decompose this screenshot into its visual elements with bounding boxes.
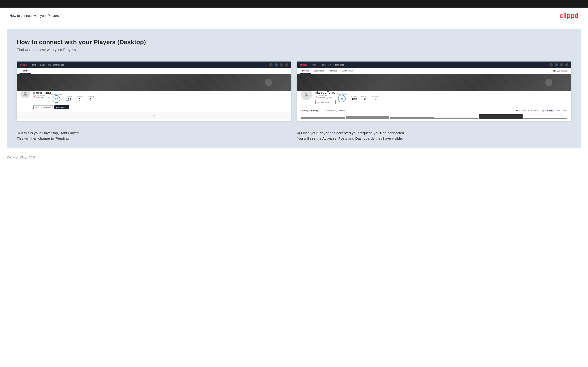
mock-buttons-1: Request to Follow Add Player + <box>33 105 288 109</box>
mock-tab-profile-2[interactable]: Profile <box>300 68 311 74</box>
mock-logo-2: clippd <box>300 63 307 66</box>
mock-nav-teams-2: Teams <box>319 64 326 66</box>
chart-bar-1 <box>301 117 345 119</box>
mock-nav-home-1: Home <box>30 64 36 66</box>
mock-tabs-2: Profile Dashboard Activities What To On … <box>297 68 571 74</box>
mock-tab-activities-2[interactable]: Activities <box>326 68 340 74</box>
screenshots-row: clippd Home Teams My Performance ⌕ 👤 ⚙ 🏴 <box>17 61 571 121</box>
page-header-title: How to connect with your Players <box>9 14 59 17</box>
activity-filters: On course Off course 1 yr 6 mths 3 mths … <box>516 109 568 112</box>
mock-tab-whattoon-2[interactable]: What To On <box>340 68 356 74</box>
on-course-dot <box>516 110 518 111</box>
chart-bar-4 <box>434 117 478 119</box>
clippd-logo-header: clippd <box>560 12 579 19</box>
on-course-filter: On course <box>516 110 526 111</box>
mock-nav-icons-2: ⌕ 👤 ⚙ 🏴 <box>549 63 569 67</box>
off-course-filter: Off course <box>528 110 537 111</box>
mock-activity-header: Activity Summary · Monthly Activity · 6 … <box>300 109 568 112</box>
location-pin-icon-1: 📍 <box>33 96 36 98</box>
flag-icon-2: 🏴 <box>565 63 569 67</box>
main-subtitle: Find and connect with your Players <box>17 48 571 52</box>
page-header: How to connect with your Players clippd <box>0 8 588 24</box>
caption-text-3: 3) If this is your Player tap, 'Add Play… <box>17 130 291 141</box>
mock-app-1: clippd Home Teams My Performance ⌕ 👤 ⚙ 🏴 <box>17 61 291 119</box>
caption-item-4: 4) Once your Player has accepted your re… <box>297 128 571 141</box>
top-bar <box>0 0 588 8</box>
profile-icon-1: 👤 <box>275 63 278 67</box>
time-filter-6mths[interactable]: 6 mths <box>546 109 554 112</box>
mock-banner-1 <box>17 74 291 91</box>
mock-tabs-1: Profile <box>17 68 291 74</box>
profile-icon-2: 👤 <box>555 63 558 67</box>
mock-banner-2 <box>297 74 571 91</box>
svg-point-1 <box>305 93 307 94</box>
close-icon-remove: ✕ <box>332 101 334 103</box>
mock-navbar-1: clippd Home Teams My Performance ⌕ 👤 ⚙ 🏴 <box>17 61 291 68</box>
mock-location-1: 📍 United Kingdom <box>33 96 51 98</box>
mock-chart-area <box>300 113 568 119</box>
mock-logo-1: clippd <box>19 63 27 66</box>
copyright-text: Copyright Clippd 2022 <box>7 156 35 159</box>
location-pin-icon-2: 📍 <box>315 96 318 99</box>
mock-stat-followers-1: Followers 0 <box>76 96 83 101</box>
mock-app-2: clippd Home Teams My Performance ⌕ 👤 ⚙ 🏴 <box>297 61 571 121</box>
mock-stat-following-1: Following 0 <box>87 96 94 101</box>
mock-stat-quality-2: Player Quality 92 <box>337 93 347 103</box>
mock-bottom-1: ✏ <box>17 112 291 119</box>
mock-stat-activities-2: Activities 129 <box>351 95 357 101</box>
mock-stat-activities-1: Activities 129 <box>65 96 72 101</box>
quality-circle-2: 92 <box>338 95 346 102</box>
caption-item-3: 3) If this is your Player tap, 'Add Play… <box>17 128 291 141</box>
mock-stat-quality-1: Player Quality 92 <box>51 94 62 103</box>
chevron-down-icon-2: ▾ <box>567 70 569 72</box>
mock-profile-section-2: Marcus Turner 1-5 Handicap 📍 United King… <box>297 91 571 107</box>
settings-icon-2: ⚙ <box>560 63 563 67</box>
main-title: How to connect with your Players (Deskto… <box>17 39 571 46</box>
settings-icon-1: ⚙ <box>280 63 283 67</box>
mock-stat-followers-2: Followers 0 <box>361 95 368 101</box>
mock-stats-row-2: Player Quality 92 Activities 129 <box>337 93 568 103</box>
mock-avatar-row-1: Marcus Turner 1-5 Handicap 📍 United King… <box>20 88 288 109</box>
chart-bar-3 <box>390 117 434 119</box>
mock-nav-items-2: Home Teams My Performance <box>311 64 546 66</box>
request-follow-button[interactable]: Request to Follow <box>33 105 53 109</box>
time-filter-3mths[interactable]: 3 mths <box>554 109 561 112</box>
mock-location-2: 📍 United Kingdom <box>315 96 337 99</box>
page-footer: Copyright Clippd 2022 <box>0 153 588 162</box>
mock-player-name-2: Marcus Turner <box>315 91 337 94</box>
screenshot-1: clippd Home Teams My Performance ⌕ 👤 ⚙ 🏴 <box>17 61 291 121</box>
time-filter-1mth[interactable]: 1 mth <box>562 109 568 112</box>
svg-point-0 <box>24 92 26 94</box>
mock-tabs-right-2: Marcus Turner ▾ <box>553 68 569 74</box>
mock-player-name-1: Marcus Turner <box>33 91 51 94</box>
captions-row: 3) If this is your Player tap, 'Add Play… <box>17 128 571 141</box>
flag-icon-1: 🏴 <box>285 63 288 67</box>
pen-icon-1: ✏ <box>153 114 155 118</box>
mock-tab-dashboard-2[interactable]: Dashboard <box>311 68 326 74</box>
quality-circle-1: 92 <box>52 95 60 103</box>
mock-nav-teams-1: Teams <box>39 64 45 66</box>
chart-bar-5 <box>479 114 523 119</box>
mock-nav-icons-1: ⌕ 👤 ⚙ 🏴 <box>269 63 288 67</box>
activity-summary-subtitle: Monthly Activity · 6 Months <box>324 110 346 112</box>
activity-summary-title: Activity Summary <box>300 109 318 112</box>
off-course-dot <box>528 110 529 111</box>
time-filter-1yr[interactable]: 1 yr <box>541 109 546 112</box>
main-content: How to connect with your Players (Deskto… <box>7 29 581 148</box>
chart-bar-2 <box>346 116 390 119</box>
add-player-button[interactable]: Add Player + <box>54 105 69 109</box>
player-name-dropdown[interactable]: Marcus Turner ▾ <box>553 70 569 72</box>
search-icon-1: ⌕ <box>269 63 273 67</box>
mock-activity-section: Activity Summary · Monthly Activity · 6 … <box>297 107 571 121</box>
mock-profile-section-1: Marcus Turner 1-5 Handicap 📍 United King… <box>17 91 291 112</box>
mock-stat-following-2: Following 0 <box>372 95 379 101</box>
mock-time-filters: 1 yr 6 mths 3 mths 1 mth <box>541 109 568 112</box>
mock-handicap-1: 1-5 Handicap <box>33 94 51 96</box>
remove-player-button[interactable]: Remove Player ✕ <box>315 100 336 104</box>
chart-bar-6 <box>523 118 567 119</box>
mock-nav-perf-1: My Performance <box>48 64 64 66</box>
mock-tab-profile-1[interactable]: Profile <box>19 68 31 74</box>
caption-text-4: 4) Once your Player has accepted your re… <box>297 130 571 141</box>
plus-icon-1: + <box>66 106 67 108</box>
mock-nav-items-1: Home Teams My Performance <box>30 64 266 66</box>
